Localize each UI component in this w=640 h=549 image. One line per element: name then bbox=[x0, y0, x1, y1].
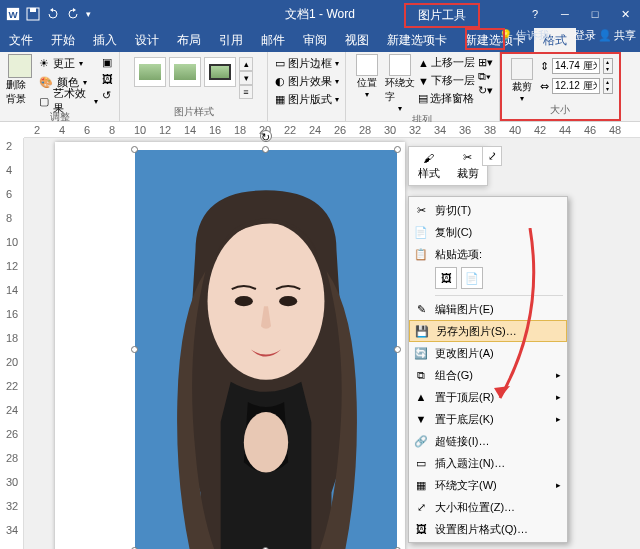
group-arrange: 位置▾ 环绕文字▾ ▲上移一层 ▼下移一层 ▤选择窗格 ⊞▾ ⧉▾ ↻▾ 排列 bbox=[346, 52, 500, 121]
crop-icon bbox=[511, 58, 533, 80]
group-ctx-icon: ⧉ bbox=[413, 367, 429, 383]
group-label-styles: 图片样式 bbox=[174, 105, 214, 119]
paste-icon: 📋 bbox=[413, 246, 429, 262]
style-thumb-3[interactable] bbox=[204, 57, 236, 87]
tab-home[interactable]: 开始 bbox=[42, 28, 84, 52]
window-minimize[interactable]: ─ bbox=[550, 0, 580, 28]
front-icon: ▲ bbox=[413, 389, 429, 405]
picture-effects-button[interactable]: ◐图片效果▾ bbox=[275, 72, 339, 90]
style-thumb-1[interactable] bbox=[134, 57, 166, 87]
copy-icon: 📄 bbox=[413, 224, 429, 240]
document-area: 246810121416182022242628303234 ⚓ bbox=[0, 138, 640, 549]
paste-option-1[interactable]: 🖼 bbox=[435, 267, 457, 289]
ctx-format-picture[interactable]: 🖼设置图片格式(Q)… bbox=[409, 518, 567, 540]
tab-insert[interactable]: 插入 bbox=[84, 28, 126, 52]
contextual-tab-picture-tools[interactable]: 图片工具 bbox=[404, 3, 480, 28]
portrait-svg bbox=[135, 150, 397, 549]
tab-file[interactable]: 文件 bbox=[0, 28, 42, 52]
tab-review[interactable]: 审阅 bbox=[294, 28, 336, 52]
share-button[interactable]: 👤共享 bbox=[598, 28, 636, 43]
style-thumb-2[interactable] bbox=[169, 57, 201, 87]
size-icon: ⤢ bbox=[413, 499, 429, 515]
selection-icon: ▤ bbox=[418, 92, 428, 105]
selection-pane-button[interactable]: ▤选择窗格 bbox=[418, 90, 475, 107]
tell-me[interactable]: 💡告诉我… bbox=[499, 28, 560, 43]
selected-image[interactable]: ↻ bbox=[135, 150, 397, 549]
ctx-change-picture[interactable]: 🔄更改图片(A) bbox=[409, 342, 567, 364]
reset-pic-icon[interactable]: ↺ bbox=[102, 89, 113, 102]
ribbon: 删除背景 ☀更正▾ 🎨颜色▾ ▢艺术效果▾ ▣ 🖼 ↺ 调整 ▴▾≡ 图片样式 … bbox=[0, 52, 640, 122]
picture-border-button[interactable]: ▭图片边框▾ bbox=[275, 54, 339, 72]
remove-bg-icon bbox=[8, 54, 32, 78]
paste-option-2[interactable]: 📄 bbox=[461, 267, 483, 289]
fx-icon: ▢ bbox=[39, 95, 49, 108]
ctx-bring-front[interactable]: ▲置于顶层(R)▸ bbox=[409, 386, 567, 408]
portrait-image[interactable] bbox=[135, 150, 397, 549]
edit-pic-icon: ✎ bbox=[413, 301, 429, 317]
group-picture-styles: ▴▾≡ 图片样式 bbox=[120, 52, 268, 121]
float-style-button[interactable]: 🖌样式 bbox=[409, 147, 448, 185]
height-icon: ⇕ bbox=[540, 60, 549, 73]
change-pic-icon[interactable]: 🖼 bbox=[102, 73, 113, 85]
window-maximize[interactable]: □ bbox=[580, 0, 610, 28]
caption-icon: ▭ bbox=[413, 455, 429, 471]
tab-references[interactable]: 引用 bbox=[210, 28, 252, 52]
artistic-effects-button[interactable]: ▢艺术效果▾ bbox=[39, 92, 98, 110]
rotate-handle[interactable]: ↻ bbox=[260, 130, 272, 142]
remove-background-button[interactable]: 删除背景 bbox=[6, 54, 35, 110]
picture-layout-button[interactable]: ▦图片版式▾ bbox=[275, 90, 339, 108]
ruler-vertical: 246810121416182022242628303234 bbox=[0, 138, 24, 549]
ctx-insert-caption[interactable]: ▭插入题注(N)… bbox=[409, 452, 567, 474]
position-icon bbox=[356, 54, 378, 76]
wrap-text-button[interactable]: 环绕文字▾ bbox=[385, 54, 415, 113]
login-button[interactable]: 登录 bbox=[574, 28, 596, 43]
help-icon[interactable]: ? bbox=[520, 0, 550, 28]
ctx-group[interactable]: ⧉组合(G)▸ bbox=[409, 364, 567, 386]
link-icon: 🔗 bbox=[413, 433, 429, 449]
width-spinner[interactable]: ▴▾ bbox=[603, 78, 613, 94]
tab-mailings[interactable]: 邮件 bbox=[252, 28, 294, 52]
tab-layout[interactable]: 布局 bbox=[168, 28, 210, 52]
layout-opts-icon: ⤦ bbox=[488, 150, 497, 163]
title-bar: W ▾ 文档1 - Word 图片工具 ? ─ □ ✕ bbox=[0, 0, 640, 28]
ribbon-tabs: 文件 开始 插入 设计 布局 引用 邮件 审阅 视图 新建选项卡 新建选项卡 格… bbox=[0, 28, 640, 52]
palette-icon: 🎨 bbox=[39, 76, 53, 89]
ctx-save-as-picture[interactable]: 💾另存为图片(S)… bbox=[409, 320, 567, 342]
bring-fwd-icon: ▲ bbox=[418, 57, 429, 69]
bring-forward-button[interactable]: ▲上移一层 bbox=[418, 54, 475, 71]
wrap-icon bbox=[389, 54, 411, 76]
tab-newtab1[interactable]: 新建选项卡 bbox=[378, 28, 456, 52]
ctx-edit-picture[interactable]: ✎编辑图片(E) bbox=[409, 298, 567, 320]
window-close[interactable]: ✕ bbox=[610, 0, 640, 28]
cut-icon: ✂ bbox=[413, 202, 429, 218]
align-icon[interactable]: ⊞▾ bbox=[478, 56, 493, 69]
ctx-send-back[interactable]: ▼置于底层(K)▸ bbox=[409, 408, 567, 430]
ctx-hyperlink[interactable]: 🔗超链接(I)… bbox=[409, 430, 567, 452]
ctx-copy[interactable]: 📄复制(C) bbox=[409, 221, 567, 243]
height-spinner[interactable]: ▴▾ bbox=[603, 58, 613, 74]
width-input[interactable] bbox=[552, 78, 600, 94]
share-icon: 👤 bbox=[598, 29, 612, 42]
group-picture-options: ▭图片边框▾ ◐图片效果▾ ▦图片版式▾ bbox=[268, 52, 346, 121]
tab-view[interactable]: 视图 bbox=[336, 28, 378, 52]
layout-options-button[interactable]: ⤦ bbox=[482, 146, 502, 166]
ctx-size-position[interactable]: ⤢大小和位置(Z)… bbox=[409, 496, 567, 518]
brush-icon: 🖌 bbox=[423, 152, 434, 164]
rotate-icon[interactable]: ↻▾ bbox=[478, 84, 493, 97]
crop-small-icon: ✂ bbox=[463, 151, 472, 164]
send-backward-button[interactable]: ▼下移一层 bbox=[418, 72, 475, 89]
height-input[interactable] bbox=[552, 58, 600, 74]
wrap-ctx-icon: ▦ bbox=[413, 477, 429, 493]
layout-icon: ▦ bbox=[275, 93, 285, 106]
ctx-cut[interactable]: ✂剪切(T) bbox=[409, 199, 567, 221]
group-icon[interactable]: ⧉▾ bbox=[478, 70, 493, 83]
ctx-wrap-text[interactable]: ▦环绕文字(W)▸ bbox=[409, 474, 567, 496]
crop-button[interactable]: 裁剪▾ bbox=[508, 58, 536, 103]
change-pic-icon: 🔄 bbox=[413, 345, 429, 361]
corrections-button[interactable]: ☀更正▾ bbox=[39, 54, 98, 72]
tab-design[interactable]: 设计 bbox=[126, 28, 168, 52]
position-button[interactable]: 位置▾ bbox=[352, 54, 382, 113]
compress-icon[interactable]: ▣ bbox=[102, 56, 113, 69]
brightness-icon: ☀ bbox=[39, 57, 49, 70]
style-gallery-more[interactable]: ▴▾≡ bbox=[239, 57, 253, 99]
